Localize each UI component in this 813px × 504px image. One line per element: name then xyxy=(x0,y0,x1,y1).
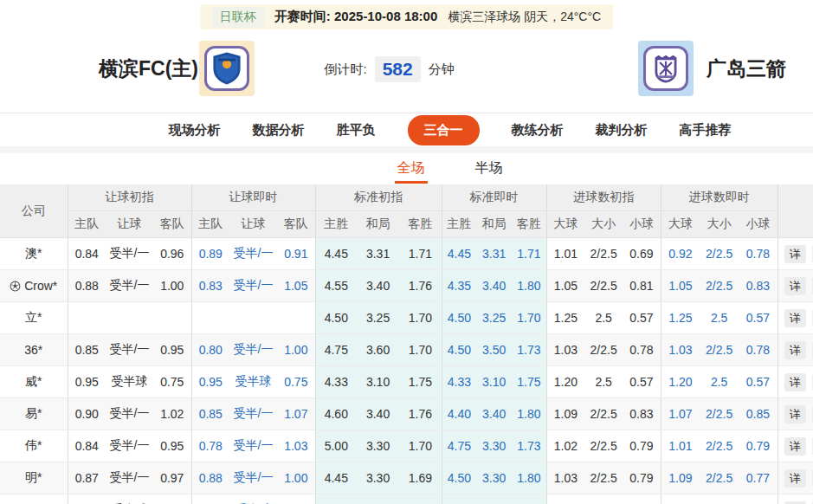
odds-row-1: 澳*0.84受半/一0.960.89受半/一0.914.453.311.714.… xyxy=(0,238,813,270)
nav-tab-6[interactable]: 裁判分析 xyxy=(596,122,648,139)
odds-cell-goals_initial-3: 0.79 xyxy=(623,462,661,494)
sub-header-euro_initial-2: 和局 xyxy=(357,211,399,238)
odds-cell-goals_live-1: 1.20 xyxy=(661,366,700,398)
odds-cell-goals_live-2: 2/2.5 xyxy=(700,462,739,494)
detail-button[interactable]: 详 xyxy=(784,373,806,391)
odds-cell-goals_initial-1: 1.01 xyxy=(546,238,584,270)
company-name: 明* xyxy=(25,470,42,484)
countdown-label: 倒计时: xyxy=(325,61,367,78)
sub-header-goals_live-2: 大小 xyxy=(700,211,739,238)
nav-tab-7[interactable]: 高手推荐 xyxy=(680,122,732,139)
group-header-goals_live: 进球数即时 xyxy=(661,184,778,211)
sub-header-handicap_initial-3: 客队 xyxy=(153,211,191,238)
odds-cell-handicap_initial-2: 受半/一 xyxy=(106,334,153,366)
odds-cell-handicap_live-3: 1.00 xyxy=(277,462,315,494)
odds-cell-euro_initial-3: 1.76 xyxy=(399,270,442,302)
detail-button[interactable]: 详 xyxy=(784,277,806,295)
odds-cell-handicap_live-3: 0.75 xyxy=(277,494,315,504)
odds-cell-goals_initial-1: 1.25 xyxy=(546,302,584,334)
sub-header-euro_initial-1: 主胜 xyxy=(315,211,357,238)
odds-cell-handicap_initial-2: 受半/一 xyxy=(106,430,153,462)
company-name: 澳* xyxy=(25,246,42,260)
odds-cell-euro_initial-1: 4.75 xyxy=(315,334,357,366)
company-cell: 易* xyxy=(0,398,68,430)
nav-tab-2[interactable]: 数据分析 xyxy=(253,122,305,139)
odds-cell-euro_initial-1: 4.45 xyxy=(315,462,357,494)
odds-cell-euro_live-1: 4.35 xyxy=(442,270,476,302)
odds-row-2: Crow*0.88受半/一1.000.83受半/一1.054.553.401.7… xyxy=(0,270,813,302)
detail-button[interactable]: 详 xyxy=(784,469,806,488)
detail-button[interactable]: 详 xyxy=(784,437,806,456)
odds-cell-handicap_initial-2: 受半球 xyxy=(106,494,153,504)
odds-cell-goals_initial-2: 2.5 xyxy=(584,302,623,334)
odds-cell-euro_live-3: 1.80 xyxy=(512,494,546,504)
odds-cell-euro_initial-3: 1.69 xyxy=(399,462,442,494)
odds-cell-goals_live-1: 1.05 xyxy=(661,270,700,302)
company-cell: Crow* xyxy=(0,270,68,302)
odds-cell-goals_initial-3: 0.83 xyxy=(623,398,661,430)
nav-tab-5[interactable]: 教练分析 xyxy=(512,122,564,139)
odds-cell-handicap_live-1 xyxy=(191,302,229,334)
odds-cell-euro_live-3: 1.80 xyxy=(512,398,546,430)
odds-cell-handicap_initial-3 xyxy=(153,302,191,334)
odds-cell-goals_live-2: 2.5 xyxy=(700,494,739,504)
sub-header-goals_initial-2: 大小 xyxy=(584,211,623,238)
venue-weather: 横滨三泽球场 阴天，24°C°C xyxy=(448,10,601,25)
detail-button[interactable]: 详 xyxy=(784,405,806,423)
sub-header-euro_live-1: 主胜 xyxy=(442,211,476,238)
odds-cell-euro_initial-3: 1.76 xyxy=(399,398,442,430)
soccer-ball-icon xyxy=(10,281,21,292)
actions-cell: 详 xyxy=(778,462,813,494)
odds-cell-goals_live-3: 0.57 xyxy=(739,302,778,334)
actions-cell: 详 xyxy=(778,238,813,270)
odds-cell-euro_live-2: 3.40 xyxy=(476,270,512,302)
odds-cell-euro_initial-3: 1.70 xyxy=(399,334,442,366)
odds-cell-goals_initial-1: 1.09 xyxy=(546,398,584,430)
odds-row-7: 伟*0.84受半/一0.950.78受半/一1.035.003.301.704.… xyxy=(0,430,813,462)
sub-header-handicap_live-1: 主队 xyxy=(191,211,229,238)
kickoff-time: 开赛时间: 2025-10-08 18:00 xyxy=(274,9,437,25)
nav-tab-4[interactable]: 三合一 xyxy=(408,115,480,145)
odds-cell-euro_initial-2: 3.30 xyxy=(357,462,399,494)
odds-cell-goals_live-3: 0.57 xyxy=(739,366,778,398)
detail-button[interactable]: 详 xyxy=(784,501,806,504)
odds-cell-handicap_initial-3: 1.02 xyxy=(153,398,191,430)
odds-cell-goals_initial-1: 1.05 xyxy=(546,270,584,302)
odds-cell-euro_initial-1: 5.00 xyxy=(315,430,357,462)
odds-cell-handicap_live-3: 0.75 xyxy=(277,366,315,398)
sub-header-handicap_initial-1: 主队 xyxy=(68,211,106,238)
actions-cell: 详 xyxy=(778,270,813,302)
odds-cell-handicap_live-1: 0.80 xyxy=(191,334,229,366)
odds-cell-goals_live-2: 2.5 xyxy=(700,302,739,334)
odds-cell-euro_live-2: 3.50 xyxy=(476,334,512,366)
nav-tab-3[interactable]: 胜平负 xyxy=(337,122,376,139)
company-cell: 伟* xyxy=(0,430,68,462)
odds-cell-euro_initial-2: 3.25 xyxy=(357,302,399,334)
odds-cell-euro_live-3: 1.80 xyxy=(512,270,546,302)
group-header-euro_live: 标准即时 xyxy=(442,184,546,211)
odds-cell-goals_initial-3: 0.79 xyxy=(623,430,661,462)
kickoff-label: 开赛时间: xyxy=(274,9,331,23)
odds-cell-goals_initial-1: 1.03 xyxy=(546,334,584,366)
sub-header-handicap_initial-2: 让球 xyxy=(106,211,153,238)
odds-cell-handicap_initial-1: 0.90 xyxy=(68,398,106,430)
company-name: 36* xyxy=(24,343,42,357)
scope-tab-2[interactable]: 半场 xyxy=(473,153,506,184)
odds-cell-goals_live-1: 1.01 xyxy=(661,430,700,462)
sub-header-euro_live-3: 客胜 xyxy=(512,211,546,238)
scope-tab-1[interactable]: 全场 xyxy=(395,153,428,184)
odds-cell-euro_live-3: 1.75 xyxy=(512,366,546,398)
odds-cell-goals_live-3: 0.83 xyxy=(739,270,778,302)
odds-cell-euro_initial-1: 4.60 xyxy=(315,398,357,430)
odds-cell-handicap_initial-2: 受半/一 xyxy=(106,238,153,270)
home-team-name: 横滨FC(主) xyxy=(99,55,198,82)
odds-cell-euro_live-3: 1.71 xyxy=(512,238,546,270)
nav-tab-1[interactable]: 现场分析 xyxy=(169,122,221,139)
detail-button[interactable]: 详 xyxy=(784,341,806,359)
detail-button[interactable]: 详 xyxy=(784,245,806,263)
odds-cell-euro_initial-3: 1.70 xyxy=(399,302,442,334)
odds-cell-euro_live-1: 4.50 xyxy=(442,302,476,334)
odds-cell-handicap_initial-1 xyxy=(68,302,106,334)
detail-button[interactable]: 详 xyxy=(784,309,806,327)
odds-cell-handicap_initial-2: 受半/一 xyxy=(106,270,153,302)
